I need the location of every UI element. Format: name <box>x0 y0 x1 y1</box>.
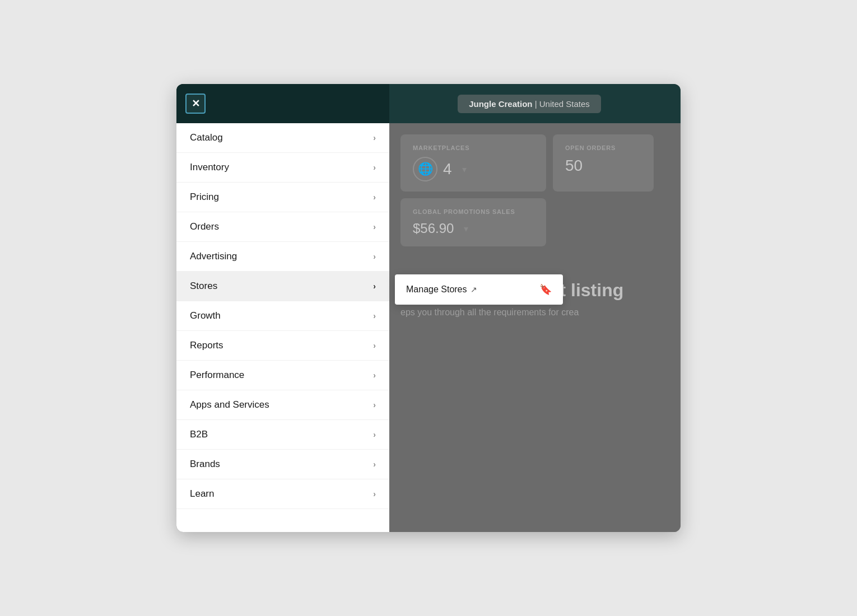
nav-label-advertising: Advertising <box>190 251 237 262</box>
marketplaces-value-row: 🌐 4 ▾ <box>413 157 534 181</box>
nav-item-inventory[interactable]: Inventory › <box>176 153 389 183</box>
chevron-right-icon: › <box>373 371 376 380</box>
nav-label-orders: Orders <box>190 221 219 232</box>
manage-stores-label: Manage Stores <box>406 284 467 295</box>
nav-label-b2b: B2B <box>190 429 208 440</box>
marketplaces-value: 4 <box>443 160 452 178</box>
bookmark-icon[interactable]: 🔖 <box>539 283 552 296</box>
store-name: Jungle Creation <box>469 99 532 109</box>
chevron-right-icon: › <box>373 311 376 320</box>
nav-label-pricing: Pricing <box>190 192 219 203</box>
right-panel: MARKETPLACES 🌐 4 ▾ OPEN ORDERS 50 GLOBAL… <box>389 123 681 532</box>
nav-label-growth: Growth <box>190 310 221 321</box>
chevron-right-icon: › <box>373 163 376 172</box>
chevron-right-icon: › <box>373 460 376 469</box>
bottom-subtext: eps you through all the requirements for… <box>400 307 669 318</box>
nav-label-catalog: Catalog <box>190 132 223 143</box>
store-separator: | <box>535 99 539 109</box>
promotions-card: GLOBAL PROMOTIONS SALES $56.90 ▾ <box>400 198 546 246</box>
nav-label-performance: Performance <box>190 370 244 381</box>
chevron-right-icon: › <box>373 430 376 439</box>
promotions-label: GLOBAL PROMOTIONS SALES <box>413 208 534 215</box>
open-orders-label: OPEN ORDERS <box>565 144 641 151</box>
chevron-right-icon: › <box>373 222 376 231</box>
close-button[interactable]: ✕ <box>185 94 206 114</box>
header-left: ✕ <box>176 84 389 123</box>
nav-label-reports: Reports <box>190 340 223 351</box>
nav-label-apps-and-services: Apps and Services <box>190 399 269 410</box>
chevron-right-icon: › <box>373 252 376 261</box>
main-content: Catalog › Inventory › Pricing › Orders ›… <box>176 123 681 532</box>
nav-item-apps-and-services[interactable]: Apps and Services › <box>176 390 389 420</box>
header-bar: ✕ Jungle Creation | United States <box>176 84 681 123</box>
main-window: ✕ Jungle Creation | United States Catalo… <box>176 84 681 532</box>
nav-item-b2b[interactable]: B2B › <box>176 420 389 450</box>
nav-label-learn: Learn <box>190 488 214 500</box>
header-right: Jungle Creation | United States <box>389 95 669 113</box>
marketplaces-card: MARKETPLACES 🌐 4 ▾ <box>400 134 546 192</box>
external-link-icon: ↗ <box>471 285 477 294</box>
chevron-right-icon: › <box>373 400 376 409</box>
dropdown-arrow-icon[interactable]: ▾ <box>462 164 467 175</box>
dashboard-cards: MARKETPLACES 🌐 4 ▾ OPEN ORDERS 50 GLOBAL… <box>389 123 681 258</box>
nav-item-catalog[interactable]: Catalog › <box>176 123 389 153</box>
stores-submenu: Manage Stores ↗ 🔖 <box>395 274 563 305</box>
chevron-right-icon: › <box>373 193 376 202</box>
store-badge: Jungle Creation | United States <box>458 95 601 113</box>
nav-item-stores[interactable]: Stores › <box>176 272 389 301</box>
chevron-right-icon: › <box>373 489 376 498</box>
dropdown-arrow-icon[interactable]: ▾ <box>464 223 468 234</box>
nav-item-pricing[interactable]: Pricing › <box>176 183 389 212</box>
nav-item-orders[interactable]: Orders › <box>176 212 389 242</box>
nav-label-stores: Stores <box>190 281 217 292</box>
promotions-value-row: $56.90 ▾ <box>413 221 534 236</box>
chevron-right-icon: › <box>373 133 376 142</box>
globe-icon: 🌐 <box>413 157 437 181</box>
open-orders-value: 50 <box>565 157 583 175</box>
chevron-right-icon: › <box>373 282 376 291</box>
nav-item-advertising[interactable]: Advertising › <box>176 242 389 272</box>
open-orders-value-row: 50 <box>565 157 641 175</box>
nav-item-brands[interactable]: Brands › <box>176 450 389 479</box>
nav-item-reports[interactable]: Reports › <box>176 331 389 361</box>
nav-label-brands: Brands <box>190 459 220 470</box>
nav-label-inventory: Inventory <box>190 162 229 173</box>
nav-menu: Catalog › Inventory › Pricing › Orders ›… <box>176 123 389 532</box>
nav-item-growth[interactable]: Growth › <box>176 301 389 331</box>
nav-item-learn[interactable]: Learn › <box>176 479 389 509</box>
marketplaces-label: MARKETPLACES <box>413 144 534 151</box>
promotions-value: $56.90 <box>413 221 454 236</box>
nav-item-performance[interactable]: Performance › <box>176 361 389 390</box>
chevron-right-icon: › <box>373 341 376 350</box>
submenu-item-manage-stores[interactable]: Manage Stores ↗ 🔖 <box>395 274 563 305</box>
store-region: United States <box>539 99 590 109</box>
open-orders-card: OPEN ORDERS 50 <box>553 134 654 192</box>
